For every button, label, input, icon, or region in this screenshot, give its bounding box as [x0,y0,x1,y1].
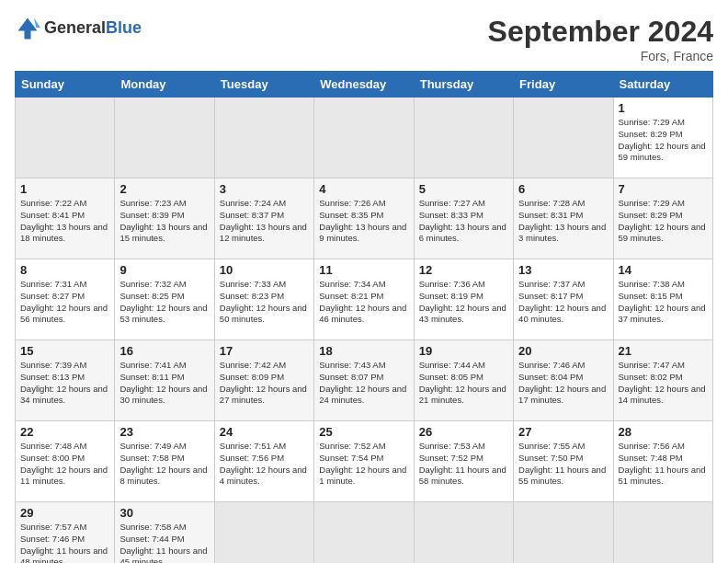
col-thursday: Thursday [414,72,513,98]
table-row: 11Sunrise: 7:34 AMSunset: 8:21 PMDayligh… [314,259,414,340]
logo-icon [15,15,40,40]
table-row [613,502,712,564]
table-row: 26Sunrise: 7:53 AMSunset: 7:52 PMDayligh… [414,421,513,502]
table-row: 21Sunrise: 7:47 AMSunset: 8:02 PMDayligh… [613,340,712,421]
table-row [314,502,414,564]
table-row: 1Sunrise: 7:29 AMSunset: 8:29 PMDaylight… [613,98,712,178]
col-wednesday: Wednesday [314,72,414,98]
col-tuesday: Tuesday [214,72,313,98]
logo-general-text: GeneralBlue [44,18,142,38]
calendar-header: Sunday Monday Tuesday Wednesday Thursday… [16,72,713,98]
table-row: 7Sunrise: 7:29 AMSunset: 8:29 PMDaylight… [613,178,712,259]
table-row: 6Sunrise: 7:28 AMSunset: 8:31 PMDaylight… [514,178,613,259]
table-row: 28Sunrise: 7:56 AMSunset: 7:48 PMDayligh… [613,421,712,502]
table-row [16,98,115,178]
table-row: 20Sunrise: 7:46 AMSunset: 8:04 PMDayligh… [514,340,613,421]
table-row: 18Sunrise: 7:43 AMSunset: 8:07 PMDayligh… [314,340,414,421]
col-friday: Friday [514,72,613,98]
table-row: 9Sunrise: 7:32 AMSunset: 8:25 PMDaylight… [115,259,214,340]
table-row: 30Sunrise: 7:58 AMSunset: 7:44 PMDayligh… [115,502,214,564]
table-row [214,98,313,178]
table-row: 1Sunrise: 7:22 AMSunset: 8:41 PMDaylight… [16,178,115,259]
table-row: 14Sunrise: 7:38 AMSunset: 8:15 PMDayligh… [613,259,712,340]
calendar-table: Sunday Monday Tuesday Wednesday Thursday… [15,71,713,563]
table-row [514,98,613,178]
table-row: 10Sunrise: 7:33 AMSunset: 8:23 PMDayligh… [214,259,313,340]
table-row [514,502,613,564]
title-area: September 2024 Fors, France [488,15,713,63]
table-row: 23Sunrise: 7:49 AMSunset: 7:58 PMDayligh… [115,421,214,502]
table-row [314,98,414,178]
table-row: 17Sunrise: 7:42 AMSunset: 8:09 PMDayligh… [214,340,313,421]
table-row: 19Sunrise: 7:44 AMSunset: 8:05 PMDayligh… [414,340,513,421]
table-row: 5Sunrise: 7:27 AMSunset: 8:33 PMDaylight… [414,178,513,259]
logo: GeneralBlue [15,15,142,40]
table-row [414,98,513,178]
table-row: 8Sunrise: 7:31 AMSunset: 8:27 PMDaylight… [16,259,115,340]
table-row [115,98,214,178]
table-row: 24Sunrise: 7:51 AMSunset: 7:56 PMDayligh… [214,421,313,502]
col-monday: Monday [115,72,214,98]
table-row: 12Sunrise: 7:36 AMSunset: 8:19 PMDayligh… [414,259,513,340]
table-row: 4Sunrise: 7:26 AMSunset: 8:35 PMDaylight… [314,178,414,259]
svg-marker-1 [34,18,40,29]
table-row [414,502,513,564]
calendar-body: 1Sunrise: 7:29 AMSunset: 8:29 PMDaylight… [16,98,713,564]
table-row: 29Sunrise: 7:57 AMSunset: 7:46 PMDayligh… [16,502,115,564]
col-sunday: Sunday [16,72,115,98]
svg-marker-0 [18,18,38,40]
table-row: 13Sunrise: 7:37 AMSunset: 8:17 PMDayligh… [514,259,613,340]
location: Fors, France [488,49,713,63]
table-row: 16Sunrise: 7:41 AMSunset: 8:11 PMDayligh… [115,340,214,421]
table-row: 2Sunrise: 7:23 AMSunset: 8:39 PMDaylight… [115,178,214,259]
table-row: 27Sunrise: 7:55 AMSunset: 7:50 PMDayligh… [514,421,613,502]
table-row: 25Sunrise: 7:52 AMSunset: 7:54 PMDayligh… [314,421,414,502]
col-saturday: Saturday [613,72,712,98]
table-row [214,502,313,564]
page-header: GeneralBlue September 2024 Fors, France [15,15,713,63]
table-row: 15Sunrise: 7:39 AMSunset: 8:13 PMDayligh… [16,340,115,421]
table-row: 22Sunrise: 7:48 AMSunset: 8:00 PMDayligh… [16,421,115,502]
month-title: September 2024 [488,15,713,49]
table-row: 3Sunrise: 7:24 AMSunset: 8:37 PMDaylight… [214,178,313,259]
